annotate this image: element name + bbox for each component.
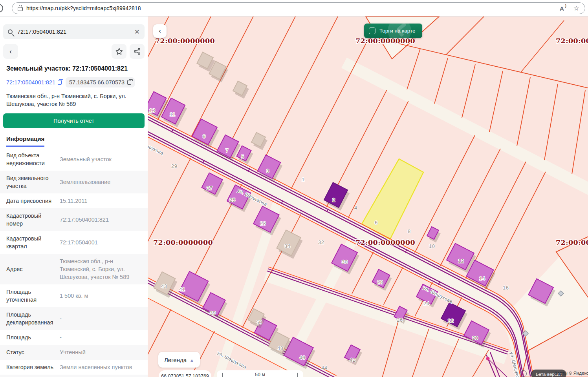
parcel-number-label: 22: [448, 318, 454, 324]
parcel-number-label: 2: [332, 197, 335, 203]
quarter-label: 72:00:0000000: [556, 37, 588, 45]
tab-bar: Информация: [0, 135, 148, 147]
parcel-number-label: 34: [284, 243, 290, 249]
torgi-checkbox[interactable]: [369, 27, 376, 34]
back-button[interactable]: ‹: [3, 44, 18, 59]
parcel-number-label: 3: [266, 168, 269, 174]
search-icon: [8, 29, 13, 34]
info-row-value: 72:17:0504001:821: [58, 216, 141, 224]
parcel-number-label: 27: [207, 185, 212, 191]
torgi-toggle-button[interactable]: Торги на карте: [364, 24, 422, 38]
table-row: Категория земельЗемли населенных пунктов: [0, 360, 148, 375]
parcel-number-label: 28: [377, 279, 383, 285]
cadastral-number-link[interactable]: 72:17:0504001:821: [6, 79, 62, 86]
table-row: Площадь декларированная-: [0, 307, 148, 330]
survey-point: [486, 357, 490, 361]
scale-bar: 50 м: [217, 370, 303, 377]
info-row-value: Землепользование: [58, 178, 141, 186]
info-row-label: Статус: [6, 348, 58, 356]
search-input[interactable]: [17, 29, 134, 35]
table-row: Кадастровый номер72:17:0504001:821: [0, 208, 148, 231]
info-row-value: 1 500 кв. м: [58, 292, 141, 300]
url-text[interactable]: https://map.ru/pkk?ysclid=mifoapc5xj8994…: [26, 5, 141, 11]
clear-search-icon[interactable]: ✕: [134, 28, 140, 36]
parcel-number-label: 44: [321, 365, 327, 371]
info-row-value: -: [58, 315, 141, 322]
address-bar[interactable]: https://map.ru/pkk?ysclid=mifoapc5xj8994…: [12, 2, 585, 14]
get-report-button[interactable]: Получить отчет: [3, 113, 145, 128]
share-button[interactable]: [130, 44, 145, 59]
parcel-number-label: 42: [350, 357, 355, 363]
info-row-label: Дата присвоения: [6, 197, 58, 205]
clock-icon[interactable]: [520, 370, 527, 377]
chevron-up-icon: ▲: [190, 358, 194, 362]
table-row: Площадь-: [0, 330, 148, 345]
favorite-button[interactable]: [112, 44, 126, 59]
table-row: АдресТюменская обл., р-н Тюменский, с. Б…: [0, 254, 148, 284]
info-row-value: Тюменская обл., р-н Тюменский, с. Борки,…: [58, 257, 141, 281]
parcel-number-label: 30: [342, 259, 348, 265]
parcel-number-label: 41: [179, 286, 185, 292]
copy-icon[interactable]: [127, 80, 131, 85]
info-row-label: Адрес: [6, 265, 58, 273]
info-row-value: Земли населенных пунктов: [58, 363, 141, 371]
read-aloud-icon[interactable]: A: [560, 5, 566, 12]
quarter-label: 72:00:0000000: [153, 239, 213, 246]
object-address: Тюменская обл., р-н Тюменский, с. Борки,…: [6, 92, 141, 108]
info-row-value: 72:17:0504001: [58, 239, 141, 246]
info-row-value: -: [58, 333, 141, 341]
star-icon: [115, 48, 123, 55]
cursor-coordinates: 66.073851 57.183769: [159, 370, 211, 377]
favorite-star-icon[interactable]: ☆: [573, 4, 579, 13]
parcel-number-label: 12: [458, 258, 464, 264]
copy-icon[interactable]: [58, 80, 62, 85]
lock-icon: [18, 7, 23, 11]
collapse-panel-button[interactable]: ‹: [153, 24, 167, 38]
info-row-value: 15.11.2011: [58, 197, 141, 205]
quarter-label: 72:00:0000000: [355, 37, 415, 45]
map-attribution: Карты © ЯндексУсловия: [555, 371, 588, 375]
parcel-number-label: 11: [170, 111, 175, 117]
parcel-number-label: 46: [299, 355, 305, 361]
info-row-label: Площадь декларированная: [6, 311, 58, 326]
table-row: Дата присвоения15.11.2011: [0, 193, 148, 208]
parcel-number-label: 16: [503, 285, 509, 291]
browser-toolbar: https://map.ru/pkk?ysclid=mifoapc5xj8994…: [0, 0, 588, 16]
parcel-number-label: 13: [149, 107, 155, 113]
parcel-number-label: 6: [375, 220, 378, 226]
parcel-number-label: 48: [277, 345, 283, 351]
parcel-number-label: 25: [229, 197, 235, 203]
info-row-label: Кадастровый номер: [6, 212, 58, 228]
parcel-number-label: 39: [210, 310, 216, 316]
parcel-number-label: 7: [225, 148, 229, 153]
info-row-label: Вид земельного участка: [6, 174, 58, 190]
quarter-label: 72:00:0000000: [155, 37, 215, 45]
table-row: Площадь уточненная1 500 кв. м: [0, 284, 148, 307]
share-icon: [134, 48, 141, 55]
info-row-label: Площадь: [6, 333, 58, 341]
search-box[interactable]: ✕: [3, 24, 145, 39]
parcel-number-label: 24: [423, 301, 429, 306]
parcel-number-label: 23: [260, 220, 266, 226]
page-title: Земельный участок: 72:17:0504001:821: [6, 65, 141, 72]
info-row-label: Площадь уточненная: [6, 288, 58, 304]
table-row: для строительства: [0, 375, 148, 377]
parcel-number-label: 5: [241, 154, 244, 160]
parcel-number-label: 20: [472, 335, 478, 341]
map-canvas[interactable]: 72:00:000000072:00:000000072:00:00000007…: [148, 16, 588, 377]
quarter-label: 72:00:0000000: [556, 239, 588, 246]
table-row: Вид земельного участкаЗемлепользование: [0, 171, 148, 193]
coordinates-chip[interactable]: 57.183475 66.070573: [66, 77, 135, 87]
parcel-number-label: 43: [161, 283, 167, 289]
info-row-value: Учтенный: [58, 348, 141, 356]
legend-button[interactable]: Легенда ▲: [158, 352, 200, 368]
parcel-number-label: 50: [256, 319, 262, 325]
info-row-label: Категория земель: [6, 363, 58, 371]
info-row-label: Вид объекта недвижимости: [6, 151, 58, 167]
table-row: СтатусУчтенный: [0, 345, 148, 360]
reload-icon[interactable]: [0, 4, 3, 13]
parcel-number-label: 10: [429, 243, 435, 249]
parcel-number-label: 29: [171, 163, 177, 169]
tab-information[interactable]: Информация: [6, 135, 44, 147]
info-panel: ✕ ‹ Земельный участок: 72:17:0504001:821…: [0, 16, 148, 377]
